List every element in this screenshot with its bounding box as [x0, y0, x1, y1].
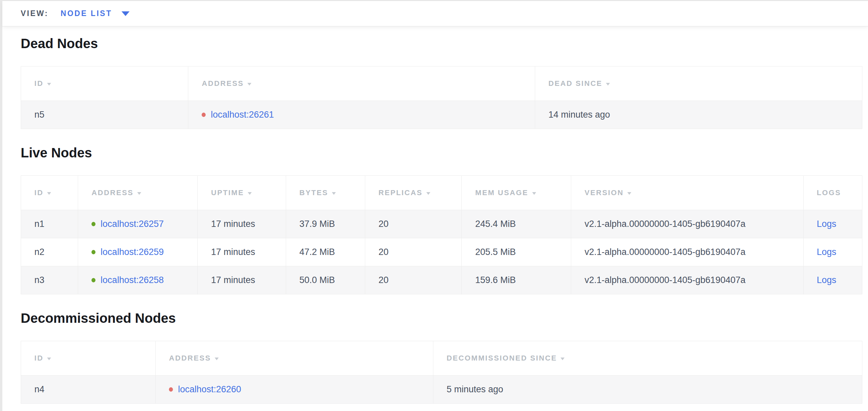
- table-row: n4localhost:262605 minutes ago: [21, 376, 862, 404]
- table-row: n3localhost:2625817 minutes50.0 MiB20159…: [21, 266, 862, 294]
- live-nodes-table: IDADDRESSUPTIMEBYTESREPLICASMEM USAGEVER…: [21, 175, 862, 294]
- page: VIEW: NODE LIST Dead Nodes IDADDRESSDEAD…: [2, 1, 868, 411]
- column-header-label: BYTES: [300, 188, 328, 197]
- table-cell: n2: [21, 238, 78, 266]
- logs-cell: Logs: [803, 266, 862, 294]
- address-cell: localhost:26260: [156, 376, 433, 404]
- table-cell: 47.2 MiB: [286, 238, 365, 266]
- section-title: Dead Nodes: [21, 35, 862, 52]
- column-header-label: ID: [34, 79, 43, 88]
- table-cell: 17 minutes: [198, 266, 286, 294]
- address-link[interactable]: localhost:26258: [100, 275, 163, 285]
- table-cell: n1: [21, 210, 78, 238]
- table-cell: 17 minutes: [198, 238, 286, 266]
- logs-cell: Logs: [803, 238, 862, 266]
- sort-caret-icon: [248, 192, 252, 195]
- column-header-mem-usage[interactable]: MEM USAGE: [462, 176, 571, 210]
- column-header-label: ADDRESS: [202, 79, 244, 88]
- logs-cell: Logs: [803, 210, 862, 238]
- column-header-logs: LOGS: [803, 176, 862, 210]
- table-cell: 37.9 MiB: [286, 210, 365, 238]
- decommissioned-nodes-section: Decommissioned Nodes IDADDRESSDECOMMISSI…: [21, 310, 862, 404]
- column-header-label: DECOMMISSIONED SINCE: [447, 354, 557, 362]
- address-link[interactable]: localhost:26259: [100, 247, 163, 257]
- column-header-label: ADDRESS: [91, 188, 133, 197]
- column-header-dead-since[interactable]: DEAD SINCE: [535, 66, 862, 101]
- table-cell: n4: [21, 376, 156, 404]
- column-header-version[interactable]: VERSION: [571, 176, 804, 210]
- table-header-row: IDADDRESSDECOMMISSIONED SINCE: [21, 341, 862, 376]
- decommissioned-nodes-table: IDADDRESSDECOMMISSIONED SINCEn4localhost…: [21, 341, 862, 404]
- column-header-replicas[interactable]: REPLICAS: [365, 176, 462, 210]
- table-cell: n5: [21, 101, 188, 129]
- sort-caret-icon: [47, 83, 51, 86]
- column-header-label: ADDRESS: [169, 354, 211, 362]
- column-header-address[interactable]: ADDRESS: [156, 341, 433, 376]
- table-cell: v2.1-alpha.00000000-1405-gb6190407a: [571, 266, 804, 294]
- table-cell: v2.1-alpha.00000000-1405-gb6190407a: [571, 238, 804, 266]
- table-cell: 245.4 MiB: [462, 210, 571, 238]
- logs-link[interactable]: Logs: [817, 247, 837, 257]
- live-node-status-dot-icon: [91, 278, 95, 282]
- logs-link[interactable]: Logs: [817, 275, 837, 285]
- chevron-down-icon: [122, 11, 129, 16]
- sort-caret-icon: [215, 357, 219, 360]
- table-cell: 159.6 MiB: [462, 266, 571, 294]
- node-list-content: Dead Nodes IDADDRESSDEAD SINCEn5localhos…: [2, 35, 868, 404]
- table-cell: 14 minutes ago: [535, 101, 862, 129]
- view-selector-bar: VIEW: NODE LIST: [2, 1, 868, 26]
- column-header-label: DEAD SINCE: [549, 79, 602, 88]
- column-header-id[interactable]: ID: [21, 66, 188, 101]
- sort-caret-icon: [627, 192, 631, 195]
- live-node-status-dot-icon: [91, 250, 95, 254]
- table-cell: 50.0 MiB: [286, 266, 365, 294]
- section-title: Live Nodes: [21, 145, 862, 161]
- dead-node-status-dot-icon: [202, 113, 206, 117]
- live-nodes-section: Live Nodes IDADDRESSUPTIMEBYTESREPLICASM…: [21, 145, 862, 294]
- table-row: n2localhost:2625917 minutes47.2 MiB20205…: [21, 238, 862, 266]
- sort-caret-icon: [426, 192, 430, 195]
- sort-caret-icon: [247, 83, 251, 86]
- sort-caret-icon: [137, 192, 141, 195]
- address-cell: localhost:26257: [78, 210, 198, 238]
- column-header-id[interactable]: ID: [21, 176, 78, 210]
- table-cell: 205.5 MiB: [462, 238, 571, 266]
- table-row: n1localhost:2625717 minutes37.9 MiB20245…: [21, 210, 862, 238]
- sort-caret-icon: [332, 192, 336, 195]
- sort-caret-icon: [606, 83, 610, 86]
- table-cell: 20: [365, 266, 462, 294]
- column-header-id[interactable]: ID: [21, 341, 156, 376]
- column-header-label: ID: [34, 354, 43, 362]
- column-header-decommissioned-since[interactable]: DECOMMISSIONED SINCE: [433, 341, 862, 376]
- sort-caret-icon: [47, 192, 51, 195]
- column-header-uptime[interactable]: UPTIME: [198, 176, 286, 210]
- column-header-label: ID: [34, 188, 43, 197]
- column-header-label: MEM USAGE: [475, 188, 528, 197]
- table-cell: n3: [21, 266, 78, 294]
- column-header-bytes[interactable]: BYTES: [286, 176, 365, 210]
- address-cell: localhost:26258: [78, 266, 198, 294]
- column-header-label: VERSION: [585, 188, 624, 197]
- column-header-label: UPTIME: [211, 188, 244, 197]
- table-cell: 20: [365, 210, 462, 238]
- address-link[interactable]: localhost:26261: [211, 110, 274, 120]
- table-cell: 17 minutes: [198, 210, 286, 238]
- live-node-status-dot-icon: [91, 222, 95, 226]
- view-dropdown[interactable]: NODE LIST: [61, 9, 129, 18]
- dead-nodes-section: Dead Nodes IDADDRESSDEAD SINCEn5localhos…: [21, 35, 862, 129]
- table-header-row: IDADDRESSDEAD SINCE: [21, 66, 862, 101]
- sort-caret-icon: [47, 357, 51, 360]
- table-row: n5localhost:2626114 minutes ago: [21, 101, 862, 129]
- column-header-address[interactable]: ADDRESS: [188, 66, 535, 101]
- address-link[interactable]: localhost:26257: [100, 219, 163, 229]
- dead-nodes-table: IDADDRESSDEAD SINCEn5localhost:2626114 m…: [21, 66, 862, 129]
- address-cell: localhost:26259: [78, 238, 198, 266]
- column-header-label: LOGS: [817, 188, 841, 197]
- table-header-row: IDADDRESSUPTIMEBYTESREPLICASMEM USAGEVER…: [21, 176, 862, 210]
- address-link[interactable]: localhost:26260: [178, 384, 241, 394]
- section-title: Decommissioned Nodes: [21, 310, 862, 326]
- column-header-label: REPLICAS: [379, 188, 423, 197]
- table-cell: 5 minutes ago: [433, 376, 862, 404]
- logs-link[interactable]: Logs: [817, 219, 837, 229]
- column-header-address[interactable]: ADDRESS: [78, 176, 198, 210]
